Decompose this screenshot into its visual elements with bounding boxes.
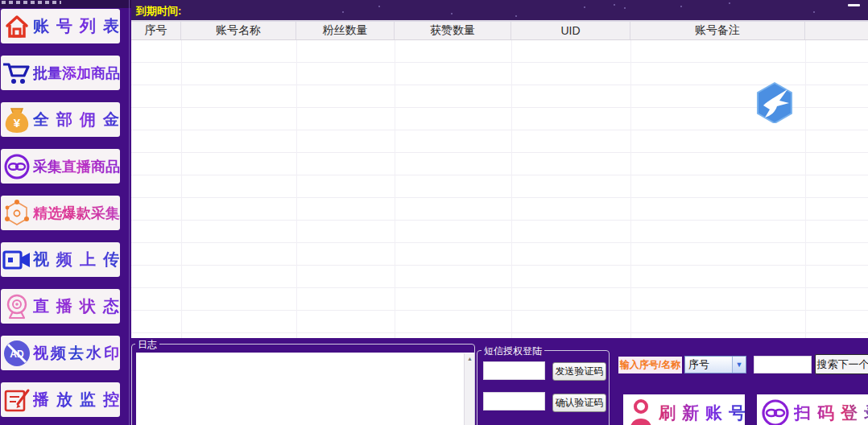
webcam-icon	[1, 293, 33, 320]
sms-phone-input[interactable]	[483, 361, 545, 380]
sidebar-item-label: 全部佣金	[33, 109, 120, 130]
sidebar-item-label: 精选爆款采集	[33, 204, 120, 223]
video-camera-icon	[1, 248, 33, 272]
sms-auth-title: 短信授权登陆	[482, 345, 544, 358]
column-divider	[296, 40, 297, 338]
scroll-up-arrow-icon[interactable]: ▲	[465, 353, 475, 364]
column-header-account-name[interactable]: 账号名称	[181, 22, 296, 39]
expiry-time-label: 到期时间:	[136, 4, 181, 19]
sidebar-item-hot-picks-collect[interactable]: 精选爆款采集	[1, 196, 120, 230]
scan-code-login-button[interactable]: 扫码登录	[757, 394, 868, 425]
column-header-fans-count[interactable]: 粉丝数量	[296, 22, 395, 39]
person-icon	[623, 398, 659, 425]
sidebar-item-label: 播放监控	[33, 389, 120, 411]
sidebar-item-batch-add-products[interactable]: 批量添加商品	[1, 56, 120, 90]
home-icon	[1, 14, 33, 39]
confirm-code-button[interactable]: 确认验证码	[552, 394, 606, 412]
search-mode-select[interactable]: 序号 ▼	[684, 356, 746, 373]
account-table: 序号 账号名称 粉丝数量 获赞数量 UID 账号备注	[131, 20, 868, 336]
sidebar-item-label: 视频去水印	[33, 343, 120, 364]
sidebar-item-label: 采集直播商品	[33, 157, 120, 176]
sidebar-item-label: 直播状态	[33, 295, 120, 317]
link-circle-icon	[1, 152, 33, 181]
sidebar-item-live-status[interactable]: 直播状态	[1, 289, 120, 324]
sidebar-item-video-upload[interactable]: 视频上传	[1, 242, 120, 277]
clipped-text-artifact	[0, 0, 131, 8]
column-header-remark[interactable]: 账号备注	[630, 22, 805, 39]
title-bar	[131, 0, 868, 20]
sidebar-item-label: 视频上传	[33, 249, 120, 270]
refresh-accounts-button[interactable]: 刷新账号	[623, 394, 745, 425]
chevron-down-icon: ▼	[732, 357, 746, 373]
search-query-input[interactable]	[754, 356, 812, 373]
sms-code-input[interactable]	[483, 392, 545, 411]
column-divider	[805, 40, 806, 338]
no-ad-icon: AD	[1, 339, 33, 368]
column-header-uid[interactable]: UID	[511, 22, 630, 39]
svg-text:¥: ¥	[14, 116, 21, 130]
sidebar-item-video-watermark-remove[interactable]: AD 视频去水印	[1, 336, 120, 370]
log-title: 日志	[135, 338, 159, 352]
column-header-blank[interactable]	[805, 22, 868, 39]
sidebar-divider	[129, 0, 130, 425]
sidebar-item-collect-live-products[interactable]: 采集直播商品	[1, 149, 120, 184]
sidebar-item-label: 批量添加商品	[33, 64, 120, 83]
sidebar-item-label: 账号列表	[33, 15, 120, 37]
log-scrollbar[interactable]: ▲	[464, 353, 474, 425]
refresh-accounts-label: 刷新账号	[659, 402, 745, 424]
link-circle-icon	[757, 398, 794, 425]
sidebar-item-play-monitor[interactable]: 播放监控	[1, 382, 120, 417]
thunder-bird-icon[interactable]	[755, 81, 794, 123]
cart-icon	[1, 60, 33, 86]
moneybag-icon: ¥	[1, 105, 33, 134]
column-divider	[511, 40, 512, 338]
log-textarea[interactable]	[136, 353, 474, 425]
molecule-icon	[1, 199, 33, 228]
column-divider	[395, 40, 395, 338]
column-header-likes-count[interactable]: 获赞数量	[395, 22, 511, 39]
clipped-text-marks	[2, 1, 61, 4]
search-next-button[interactable]: 搜索下一个	[815, 354, 868, 374]
minimize-button[interactable]	[848, 4, 860, 6]
send-code-button[interactable]: 发送验证码	[552, 362, 606, 381]
scan-code-login-label: 扫码登录	[794, 402, 868, 424]
sidebar-item-account-list[interactable]: 账号列表	[1, 9, 120, 43]
search-hint-label: 输入序号/名称	[618, 357, 682, 373]
monitor-edit-icon	[1, 386, 33, 414]
table-header: 序号 账号名称 粉丝数量 获赞数量 UID 账号备注	[131, 22, 868, 40]
column-divider	[630, 40, 631, 338]
column-header-index[interactable]: 序号	[131, 22, 181, 39]
column-divider	[181, 40, 182, 338]
sidebar-item-all-commission[interactable]: ¥ 全部佣金	[1, 102, 120, 137]
search-mode-value: 序号	[685, 357, 732, 372]
